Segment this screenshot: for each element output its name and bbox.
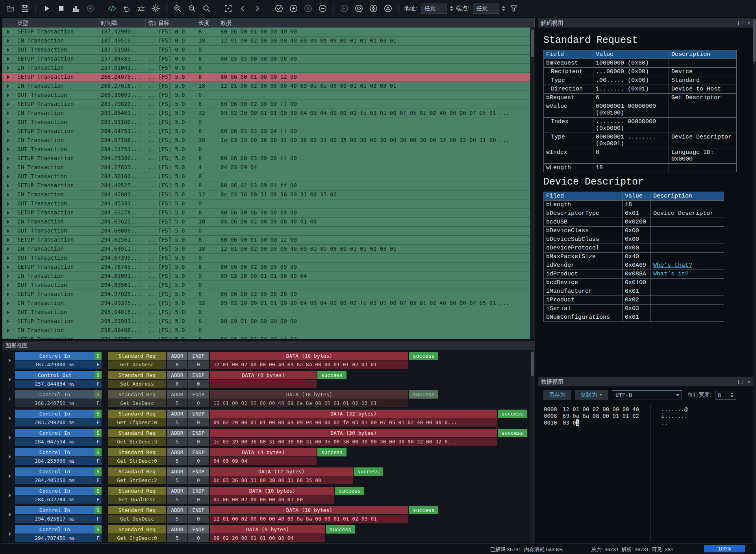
transaction-block[interactable]: Control In268.240750 ms SF Standard ReqG… [5,390,530,407]
filter-data-button[interactable] [287,2,300,15]
decode-row[interactable]: wIndex0Language ID: 0x0000 [544,148,737,164]
expand-arrow-icon[interactable] [7,193,9,197]
open-file-button[interactable] [4,2,17,15]
endpoint-select[interactable]: 任意 [473,4,499,14]
block-expander[interactable] [5,390,15,407]
packet-row[interactable]: IN Transaction 187.49516... ... [FS] 0.0… [2,37,530,46]
decode-row[interactable]: bNumConfigurations0x01 [544,313,724,322]
descriptor-link[interactable]: What’s it? [653,271,689,277]
expand-arrow-icon[interactable] [7,166,9,170]
packet-row[interactable]: IN Transaction 283.86461... ... [FS] 5.0… [2,109,530,118]
expand-arrow-icon[interactable] [7,238,9,242]
expand-arrow-icon[interactable] [7,274,9,278]
decode-row[interactable]: idVendor0x0A69Who’s that? [544,261,724,270]
packet-row[interactable]: SETUP Transaction 295.23983... ... [FS] … [2,317,530,326]
expand-arrow-icon[interactable] [7,202,9,206]
request-block[interactable]: Standard ReqGet DevDesc [108,390,166,407]
expand-arrow-icon[interactable] [7,220,9,224]
expand-arrow-icon[interactable] [7,48,9,52]
packet-row[interactable]: SETUP Transaction 283.79820... ... [FS] … [2,100,530,109]
expand-arrow-icon[interactable] [7,84,9,88]
float-panel-icon[interactable] [738,21,743,25]
decode-row[interactable]: bDeviceSubClass0x00 [544,235,724,244]
packet-row[interactable]: SETUP Transaction 284.63278... ... [FS] … [2,209,530,218]
expand-arrow-icon[interactable] [7,30,9,34]
transfer-direction-block[interactable]: Control In284.632784 ms [15,487,94,504]
block-expander[interactable] [5,410,15,427]
packet-row[interactable]: IN Transaction 268.27616... ... [FS] 5.0… [2,82,530,91]
filter-warning-button[interactable] [382,2,394,15]
zoom-indicator[interactable]: 100% [704,545,745,552]
expand-arrow-icon[interactable] [7,283,9,287]
request-block[interactable]: Standard ReqGet CfgDesc:0 [108,410,166,427]
expand-arrow-icon[interactable] [7,229,9,233]
data-block[interactable]: DATA (18 bytes)12 01 00 02 00 00 00 40 6… [210,352,408,369]
settings-button[interactable] [149,2,162,15]
transaction-block[interactable]: Control In284.405250 ms SF Standard ReqG… [5,467,530,484]
column-header-timestamp[interactable]: 时间戳 [98,18,146,28]
expand-arrow-icon[interactable] [7,57,9,61]
transfer-direction-block[interactable]: Control In284.047534 ms [15,429,94,446]
endpoint-block[interactable]: ENDP0 [188,525,209,542]
filter-error-button[interactable] [302,2,314,15]
spin-down-icon[interactable] [730,395,734,397]
request-block[interactable]: Standard ReqGet StrDesc:2 [108,467,166,484]
close-panel-icon[interactable]: × [747,20,750,26]
endpoint-block[interactable]: ENDP0 [188,448,209,465]
packet-row[interactable]: IN Transaction 284.65625... ... [FS] 5.0… [2,218,530,227]
expand-arrow-icon[interactable] [7,211,9,215]
endpoint-spinner[interactable] [502,6,505,11]
request-block[interactable]: Standard ReqGet StrDesc:0 [108,448,166,465]
block-expander[interactable] [5,352,15,369]
column-header-length[interactable]: 长度 [196,18,218,28]
transaction-block[interactable]: Control In294.787450 ms SF Standard ReqG… [5,525,530,542]
decode-row[interactable]: wValue00000001 00000000 (0x0100) [544,102,737,118]
save-as-button[interactable]: 另存为 [543,390,571,400]
hex-row[interactable]: 0010 03 01 .. [544,419,750,426]
address-select[interactable]: 任意 [421,4,447,14]
scrollbar-thumb[interactable] [531,352,534,376]
locate-button[interactable] [222,2,234,15]
decode-row[interactable]: iManufacturer0x01 [544,287,724,296]
endpoint-block[interactable]: ENDP0 [188,467,209,484]
data-block[interactable]: DATA (0 bytes) [210,371,317,388]
transaction-block[interactable]: Control In283.798200 ms SF Standard ReqG… [5,410,530,427]
transaction-block[interactable]: Control In284.253000 ms SF Standard ReqG… [5,448,530,465]
copy-as-button[interactable]: 复制为 [575,390,608,400]
packet-row[interactable]: OUT Transaction 294.67395... ... [FS] 5.… [2,254,530,263]
block-expander[interactable] [5,467,15,484]
column-header-type[interactable]: 类型 [15,18,98,28]
request-block[interactable]: Standard ReqGet QualDesc [108,487,166,504]
transfer-direction-block[interactable]: Control Out257.844834 ms [15,371,94,388]
column-header-data[interactable]: 数据 [218,18,535,28]
packet-row[interactable]: SETUP Transaction 373.27750... ... [FS] … [2,335,530,339]
transfer-direction-block[interactable]: Control In187.429000 ms [15,352,94,369]
expand-arrow-icon[interactable] [7,338,9,339]
block-expander[interactable] [5,506,15,523]
decode-row[interactable]: iSerial0x03 [544,305,724,313]
address-block[interactable]: ADDR5 [167,467,187,484]
record-button[interactable] [84,2,96,15]
address-block[interactable]: ADDR5 [167,429,187,446]
address-block[interactable]: ADDR0 [167,371,187,388]
data-block[interactable]: DATA (32 bytes)09 02 20 00 01 01 00 80 6… [210,410,497,427]
block-expander[interactable] [5,371,15,388]
filter-power-button[interactable] [367,2,380,15]
encoding-select[interactable]: UTF-8 [612,390,682,399]
address-block[interactable]: ADDR5 [167,525,187,542]
packet-row[interactable]: SETUP Transaction 294.78745... ... [FS] … [2,263,530,272]
expand-arrow-icon[interactable] [7,120,9,124]
packet-row[interactable]: SETUP Transaction 284.40525... ... [FS] … [2,181,530,190]
packet-row[interactable]: IN Transaction 284.42883... ... [FS] 5.0… [2,190,530,199]
expand-arrow-icon[interactable] [7,93,9,97]
block-expander[interactable] [5,448,15,465]
previous-button[interactable] [236,2,249,15]
decode-row[interactable]: bDescriptorType0x01Device Descriptor [544,209,724,218]
packet-row[interactable]: IN Transaction 298.88408... ... [FS] 5.0… [2,326,530,335]
search-button[interactable] [200,2,213,15]
packet-row[interactable]: IN Transaction 284.07108... ... [FS] 5.0… [2,136,530,145]
packet-list-scrollbar[interactable] [530,28,535,338]
zoom-in-button[interactable] [171,2,183,15]
packet-row[interactable]: IN Transaction 294.99375... ... [FS] 5.0… [2,299,530,308]
hex-dump[interactable]: 0000 12 01 00 02 00 00 00 40 .......@ 00… [544,406,750,541]
